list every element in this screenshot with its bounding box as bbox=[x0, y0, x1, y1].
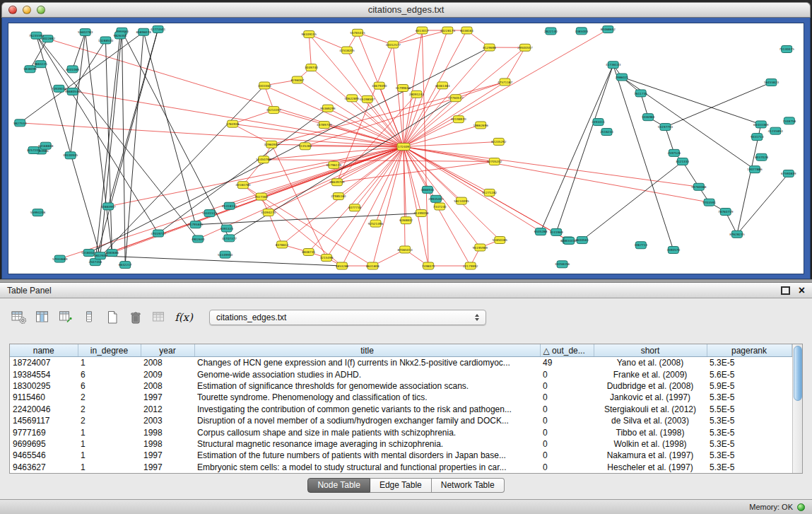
cytoscape-app: citations_edges.txt 30022692427735017623… bbox=[0, 0, 812, 514]
svg-text:58234095: 58234095 bbox=[454, 199, 469, 203]
float-panel-icon[interactable] bbox=[781, 286, 790, 295]
svg-text:6013017: 6013017 bbox=[416, 29, 429, 33]
function-builder-button[interactable]: f(x) bbox=[173, 308, 194, 327]
graph-edge bbox=[665, 127, 673, 153]
table-row[interactable]: 1830029562008Estimation of significance … bbox=[10, 380, 792, 392]
column-header-in-degree[interactable]: in_degree bbox=[78, 344, 141, 357]
graph-edge bbox=[582, 161, 683, 240]
window-titlebar[interactable]: citations_edges.txt bbox=[1, 2, 811, 18]
graph-edge bbox=[456, 82, 505, 98]
import-table-button[interactable] bbox=[150, 308, 168, 327]
new-table-button[interactable] bbox=[103, 308, 122, 327]
sort-ascending-icon: △ bbox=[543, 346, 553, 356]
svg-text:3049740: 3049740 bbox=[305, 66, 318, 69]
table-row[interactable]: 1456911722003Disruption of a novel membe… bbox=[10, 415, 792, 426]
graph-edge bbox=[556, 65, 613, 233]
delete-column-button[interactable] bbox=[80, 308, 98, 327]
svg-text:80468652: 80468652 bbox=[601, 28, 616, 31]
column-header-title[interactable]: title bbox=[194, 344, 540, 357]
svg-text:39100945: 39100945 bbox=[63, 153, 78, 157]
svg-text:81795845: 81795845 bbox=[188, 223, 204, 226]
memory-status-indicator bbox=[797, 503, 805, 511]
svg-text:19862696: 19862696 bbox=[473, 124, 488, 127]
close-panel-icon[interactable]: × bbox=[799, 286, 805, 296]
svg-text:8631808: 8631808 bbox=[366, 264, 379, 268]
graph-edge bbox=[125, 32, 143, 264]
svg-text:4135284: 4135284 bbox=[299, 144, 312, 148]
table-selector-dropdown[interactable]: citations_edges.txt bbox=[209, 310, 486, 325]
column-header-short[interactable]: short bbox=[594, 344, 707, 357]
graph-edge bbox=[309, 147, 404, 252]
svg-text:61796119: 61796119 bbox=[326, 163, 342, 167]
graph-edge bbox=[422, 30, 428, 266]
tab-node-table[interactable]: Node Table bbox=[307, 478, 370, 493]
show-hide-columns-button[interactable] bbox=[33, 308, 52, 327]
svg-text:41235854: 41235854 bbox=[768, 129, 784, 133]
svg-text:33214357: 33214357 bbox=[266, 108, 282, 112]
column-header-pagerank[interactable]: pagerank bbox=[707, 344, 792, 357]
svg-text:66433369: 66433369 bbox=[753, 123, 769, 127]
column-header-name[interactable]: name bbox=[10, 344, 78, 357]
svg-text:6438164: 6438164 bbox=[460, 29, 473, 33]
svg-text:40228173: 40228173 bbox=[440, 29, 456, 33]
table-row[interactable]: 946554611997Estimation of the future num… bbox=[10, 450, 792, 461]
svg-text:8129696: 8129696 bbox=[483, 46, 496, 49]
network-graph-canvas[interactable]: 3002269242773501762355905560278313288500… bbox=[8, 23, 804, 274]
svg-text:55765415: 55765415 bbox=[350, 31, 365, 35]
svg-text:8121333: 8121333 bbox=[676, 160, 689, 163]
table-row[interactable]: 1938455462009Genome-wide association stu… bbox=[10, 368, 792, 380]
svg-text:87628235: 87628235 bbox=[729, 233, 745, 236]
svg-text:9241969: 9241969 bbox=[550, 230, 563, 234]
table-row[interactable]: 1872400712008Changes of HCN gene express… bbox=[10, 357, 792, 369]
new-column-icon bbox=[59, 310, 73, 325]
scrollbar-thumb[interactable] bbox=[794, 346, 802, 401]
table-row[interactable]: 2242004622012Investigating the contribut… bbox=[10, 404, 792, 415]
svg-text:59760068: 59760068 bbox=[691, 185, 707, 189]
svg-text:2516244: 2516244 bbox=[600, 130, 613, 134]
svg-text:41736133: 41736133 bbox=[606, 63, 621, 66]
graph-edge bbox=[36, 35, 158, 233]
svg-text:3391323: 3391323 bbox=[220, 227, 233, 230]
table-row[interactable]: 977716911998Corpus callosum shape and si… bbox=[10, 426, 792, 438]
svg-text:71130475: 71130475 bbox=[779, 47, 795, 51]
svg-text:85896078: 85896078 bbox=[136, 30, 152, 34]
svg-text:34058456: 34058456 bbox=[555, 262, 570, 266]
svg-text:55197794: 55197794 bbox=[658, 125, 673, 129]
svg-text:7348758: 7348758 bbox=[782, 119, 796, 123]
graph-edge bbox=[20, 123, 404, 147]
svg-text:47760577: 47760577 bbox=[448, 96, 464, 100]
close-window-button[interactable] bbox=[8, 6, 17, 14]
window-title: citations_edges.txt bbox=[368, 4, 445, 15]
tab-edge-table[interactable]: Edge Table bbox=[370, 478, 432, 493]
svg-text:27985160: 27985160 bbox=[331, 194, 346, 198]
svg-text:30022692: 30022692 bbox=[40, 37, 56, 40]
svg-text:19077886: 19077886 bbox=[747, 168, 763, 171]
network-view-window: citations_edges.txt 30022692427735017623… bbox=[1, 2, 811, 279]
column-header-out-degree[interactable]: △ out_de... bbox=[540, 344, 594, 357]
table-row[interactable]: 911546021997Tourette syndrome. Phenomeno… bbox=[10, 392, 792, 403]
svg-text:87065013: 87065013 bbox=[397, 248, 413, 252]
svg-text:42773501: 42773501 bbox=[151, 28, 166, 31]
column-header-year[interactable]: year bbox=[141, 344, 194, 357]
svg-text:82235292: 82235292 bbox=[491, 140, 507, 144]
table-mode-button[interactable] bbox=[10, 308, 28, 327]
table-row[interactable]: 969969511998Structural magnetic resonanc… bbox=[10, 438, 792, 450]
svg-text:9331713: 9331713 bbox=[751, 135, 764, 139]
svg-text:8296067: 8296067 bbox=[290, 78, 304, 82]
zoom-window-button[interactable] bbox=[37, 6, 45, 14]
table-row[interactable]: 946362711997Embryonic stem cells: a mode… bbox=[10, 462, 792, 473]
svg-text:42518205: 42518205 bbox=[339, 49, 355, 52]
svg-text:6600561: 6600561 bbox=[575, 238, 589, 242]
graph-edge bbox=[404, 147, 421, 214]
graph-edge bbox=[404, 147, 699, 187]
minimize-window-button[interactable] bbox=[23, 6, 31, 14]
create-column-button[interactable] bbox=[57, 308, 75, 327]
table-scrollbar[interactable] bbox=[792, 344, 803, 473]
svg-text:47019717: 47019717 bbox=[151, 232, 166, 235]
delete-table-button[interactable] bbox=[126, 308, 145, 327]
svg-text:31799619: 31799619 bbox=[395, 86, 411, 90]
svg-text:6268832: 6268832 bbox=[399, 218, 413, 222]
tab-network-table[interactable]: Network Table bbox=[432, 478, 505, 493]
svg-text:28091243: 28091243 bbox=[409, 93, 425, 96]
graph-edge bbox=[337, 162, 495, 182]
